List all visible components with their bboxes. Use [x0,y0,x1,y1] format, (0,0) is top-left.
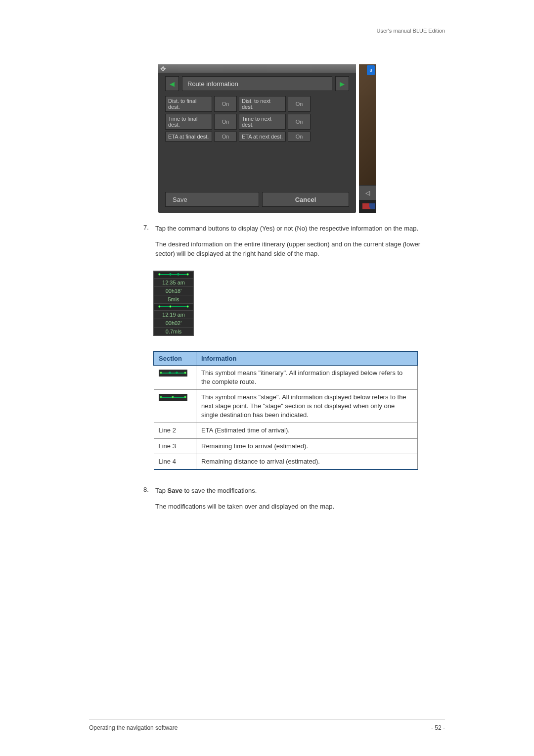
side-map: 8 [359,64,376,185]
label-dist-next: Dist. to next dest. [239,96,286,112]
itinerary-symbol-icon [154,271,193,278]
step-7-p2: The desired information on the entire it… [155,239,439,259]
th-section: Section [154,351,196,366]
cell-line2: Line 2 [154,423,196,438]
step-8-p2: The modifications will be taken over and… [155,502,334,512]
toggle-dist-final[interactable]: On [214,96,237,112]
save-button[interactable]: Save [165,192,259,207]
toggle-dist-next[interactable]: On [288,96,311,112]
itinerary-icon [159,370,187,377]
strip-time-1: 00h18' [154,286,193,295]
cell-info: Remaining time to arrival (estimated). [196,438,418,454]
footer-page-number: - 52 - [431,724,445,731]
cell-line4: Line 4 [154,454,196,470]
screen-title: Route information [182,76,332,91]
label-time-final: Time to final dest. [165,114,212,130]
cell-info: ETA (Estimated time of arrival). [196,423,418,438]
table-row: This symbol means "itinerary". All infor… [154,365,418,389]
table-row: Line 3 Remaining time to arrival (estima… [154,438,418,454]
prev-button[interactable]: ◀ [165,76,179,91]
next-button[interactable]: ▶ [335,76,349,91]
step-8-p1: Tap Save to save the modifications. [155,486,334,496]
cell-stage-symbol [154,389,196,423]
side-flag-icon [359,200,376,213]
side-back-button[interactable]: ◁ [359,185,376,200]
toggle-eta-next[interactable]: On [288,132,311,142]
label-eta-final: ETA at final dest. [165,132,212,142]
move-icon: ✥ [160,65,167,72]
stage-icon [159,394,187,401]
cancel-button[interactable]: Cancel [262,192,349,207]
label-time-next: Time to next dest. [239,114,286,130]
strip-dist-2: 0.7mls [154,327,193,335]
th-information: Information [196,351,418,366]
cell-info: Remaining distance to arrival (estimated… [196,454,418,470]
label-eta-next: ETA at next dest. [239,132,286,142]
section-info-table: Section Information This symbol means "i… [153,351,418,471]
step-8-num: 8. [143,486,149,493]
strip-dist-1: 5mls [154,295,193,303]
table-row: Line 4 Remaining distance to arrival (es… [154,454,418,470]
page-header: User's manual BLUE Edition [377,28,445,34]
cell-info: This symbol means "itinerary". All infor… [196,365,418,389]
strip-time-2: 00h02' [154,319,193,327]
label-dist-final: Dist. to final dest. [165,96,212,112]
route-info-strip: 12:35 am 00h18' 5mls 12:19 am 00h02' 0.7… [153,271,194,336]
toggle-time-final[interactable]: On [214,114,237,130]
cell-info: This symbol means "stage". All informati… [196,389,418,423]
cell-line3: Line 3 [154,438,196,454]
step-7-p1: Tap the command buttons to display (Yes)… [155,224,439,234]
device-screenshot: ✥ ◀ Route information ▶ Dist. to final d… [158,64,356,213]
toggle-time-next[interactable]: On [288,114,311,130]
strip-eta-2: 12:19 am [154,310,193,319]
footer-left: Operating the navigation software [89,724,178,731]
table-row: This symbol means "stage". All informati… [154,389,418,423]
stage-symbol-icon [154,303,193,310]
strip-eta-1: 12:35 am [154,278,193,286]
step-7-num: 7. [143,224,149,231]
toggle-eta-final[interactable]: On [214,132,237,142]
cell-itinerary-symbol [154,365,196,389]
satellite-badge: 8 [367,65,375,75]
table-row: Line 2 ETA (Estimated time of arrival). [154,423,418,438]
